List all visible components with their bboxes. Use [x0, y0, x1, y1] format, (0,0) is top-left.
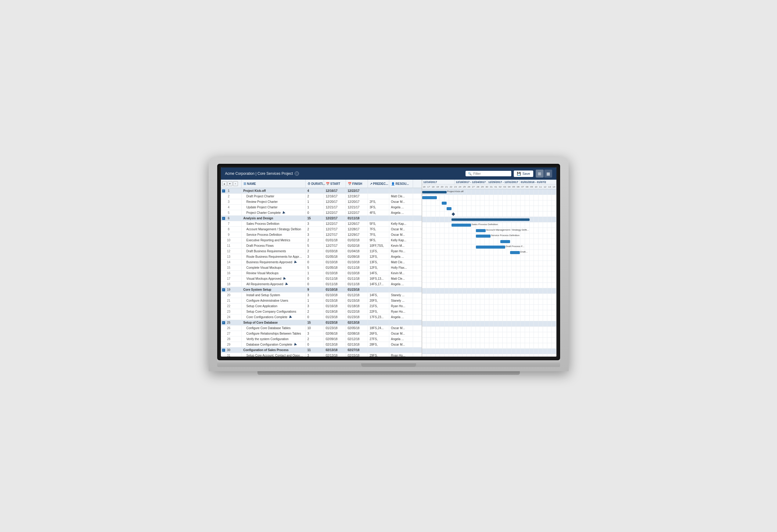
gantt-cell	[467, 228, 471, 233]
th-predecessor[interactable]: ↗ PREDEC...	[368, 180, 389, 188]
add-column-button[interactable]: +	[233, 181, 238, 186]
table-row[interactable]: 7 Sales Process Definition 3 12/22/17 12…	[221, 221, 422, 227]
table-row[interactable]: 3 Review Project Charter 1 12/20/17 12/2…	[221, 199, 422, 205]
row-controls: 11	[221, 243, 242, 248]
table-row[interactable]: − 1 Project Kick-off 4 12/16/17 12/22/17	[221, 188, 422, 194]
table-row[interactable]: 17 Visual Mockups Approved 0 01/11/18 01…	[221, 276, 422, 282]
gantt-cell	[507, 294, 512, 299]
table-row[interactable]: − 19 Core System Setup 9 01/10/18 01/23/…	[221, 287, 422, 293]
gantt-cell	[547, 310, 552, 315]
gantt-cell	[530, 294, 534, 299]
gantt-cell	[521, 206, 525, 211]
gantt-cell	[436, 244, 440, 249]
gantt-cell	[480, 206, 485, 211]
cell-start: 01/03/18	[324, 249, 346, 254]
cell-predecessor: 27FS,	[368, 336, 389, 342]
cell-name: Review Project Charter	[242, 199, 306, 204]
table-row[interactable]: 14 Business Requirements Approved 0 01/1…	[221, 259, 422, 265]
gantt-cell	[431, 277, 436, 283]
gantt-cell	[471, 233, 476, 238]
table-row[interactable]: 21 Configure Administrative Users 1 01/1…	[221, 298, 422, 304]
gantt-cell	[427, 283, 431, 288]
table-row[interactable]: 2 Draft Project Charter 2 12/16/17 12/19…	[221, 194, 422, 199]
gantt-cell	[458, 277, 462, 283]
filter-input-wrapper[interactable]: 🔍	[465, 171, 511, 176]
gantt-cell	[552, 283, 556, 288]
gantt-cell	[480, 288, 485, 294]
th-duration[interactable]: ⏱ DURATI...	[306, 180, 324, 188]
gantt-row	[422, 354, 556, 356]
gantt-cell	[512, 272, 516, 277]
table-row[interactable]: 12 Draft Business Requirements 2 01/03/1…	[221, 249, 422, 254]
th-name[interactable]: ☰ NAME	[242, 180, 306, 188]
table-row[interactable]: 20 Install and Setup System 3 01/10/18 0…	[221, 293, 422, 298]
save-button[interactable]: 💾 Save	[514, 171, 533, 177]
cell-duration: 2	[306, 194, 324, 199]
table-row[interactable]: 26 Configure Core Database Tables 10 01/…	[221, 325, 422, 331]
grid-view-button[interactable]: ⊞	[536, 170, 544, 178]
table-row[interactable]: − 30 Configuration of Sales Process 11 0…	[221, 347, 422, 353]
gantt-cell	[485, 272, 489, 277]
expand-button[interactable]: −	[222, 190, 225, 193]
gantt-cell	[436, 305, 440, 310]
table-row[interactable]: 31 Setup Core Account, Contact and Oppor…	[221, 353, 422, 356]
expand-button[interactable]: −	[222, 217, 225, 220]
table-row[interactable]: 9 Service Process Definition 3 12/27/17 …	[221, 232, 422, 238]
cell-duration: 15	[306, 216, 324, 221]
table-row[interactable]: 10 Executive Reporting and Metrics 2 01/…	[221, 238, 422, 243]
gantt-bar	[476, 245, 505, 249]
gantt-cell	[516, 277, 521, 283]
table-row[interactable]: 13 Route Business Requirements for Appro…	[221, 254, 422, 259]
gantt-cell	[449, 288, 454, 294]
th-pred-icon: ↗	[370, 182, 372, 186]
table-row[interactable]: 27 Configure Relationships Between Table…	[221, 331, 422, 336]
table-row[interactable]: 11 Draft Process Flows 5 12/27/17 01/02/…	[221, 243, 422, 249]
table-row[interactable]: 5 Project Charter Complete 0 12/22/17 12…	[221, 210, 422, 216]
cell-predecessor: 26FS,	[368, 331, 389, 336]
table-row[interactable]: 23 Setup Core Company Configurations 2 0…	[221, 309, 422, 315]
info-icon[interactable]: ⓘ	[295, 172, 299, 176]
table-row[interactable]: 24 Core Configurations Complete 0 01/23/…	[221, 315, 422, 320]
expand-button[interactable]: −	[222, 288, 225, 291]
gantt-cell	[480, 343, 485, 348]
gantt-cell	[521, 283, 525, 288]
table-row[interactable]: 18 All Requirements Approved 0 01/11/18 …	[221, 282, 422, 287]
expand-button[interactable]: −	[222, 321, 225, 324]
table-row[interactable]: − 6 Analysis and Design 15 12/22/17 01/1…	[221, 216, 422, 221]
table-row[interactable]: 29 Database Configuration Complete 0 02/…	[221, 342, 422, 347]
table-row[interactable]: 4 Update Project Charter 1 12/21/17 12/2…	[221, 205, 422, 210]
th-finish[interactable]: 📅 FINISH	[346, 180, 368, 188]
table-row[interactable]: 15 Complete Visual Mockups 5 01/05/18 01…	[221, 265, 422, 271]
gantt-cell	[471, 272, 476, 277]
gantt-cell	[547, 305, 552, 310]
cell-name: Configure Core Database Tables	[242, 325, 306, 331]
gantt-cell	[462, 261, 467, 266]
cell-duration: 2	[306, 249, 324, 254]
row-controls: 13	[221, 254, 242, 259]
table-row[interactable]: − 25 Setup of Core Database 15 01/23/18 …	[221, 320, 422, 325]
gantt-cell	[471, 255, 476, 260]
cell-duration: 5	[306, 265, 324, 270]
cell-start: 12/16/17	[324, 188, 346, 193]
gantt-cell	[431, 283, 436, 288]
gantt-cell	[512, 343, 516, 348]
sort-up-button[interactable]: ▲	[222, 181, 227, 186]
table-row[interactable]: 8 Account Management / Strategy Defition…	[221, 227, 422, 232]
table-row[interactable]: 22 Setup Core Application 3 01/16/18 01/…	[221, 304, 422, 309]
gantt-cell	[507, 332, 512, 337]
gantt-cell	[427, 266, 431, 272]
gantt-cell	[440, 283, 444, 288]
sort-down-button[interactable]: ▼	[228, 181, 232, 186]
th-resource[interactable]: 👤 RESOU...	[389, 180, 413, 188]
gantt-date-day: 05	[512, 185, 516, 189]
cell-resource: Angela ...	[389, 336, 413, 342]
th-start[interactable]: 📅 START	[324, 180, 346, 188]
expand-button[interactable]: −	[222, 349, 225, 352]
gantt-cell	[462, 310, 467, 315]
filter-input[interactable]	[473, 172, 509, 176]
gantt-view-button[interactable]: ▦	[544, 170, 552, 178]
gantt-cell	[422, 206, 427, 211]
table-row[interactable]: 28 Verify the system Configuration 2 02/…	[221, 336, 422, 342]
gantt-cell	[462, 244, 467, 249]
table-row[interactable]: 16 Review Visual Mockups 1 01/10/18 01/1…	[221, 271, 422, 276]
